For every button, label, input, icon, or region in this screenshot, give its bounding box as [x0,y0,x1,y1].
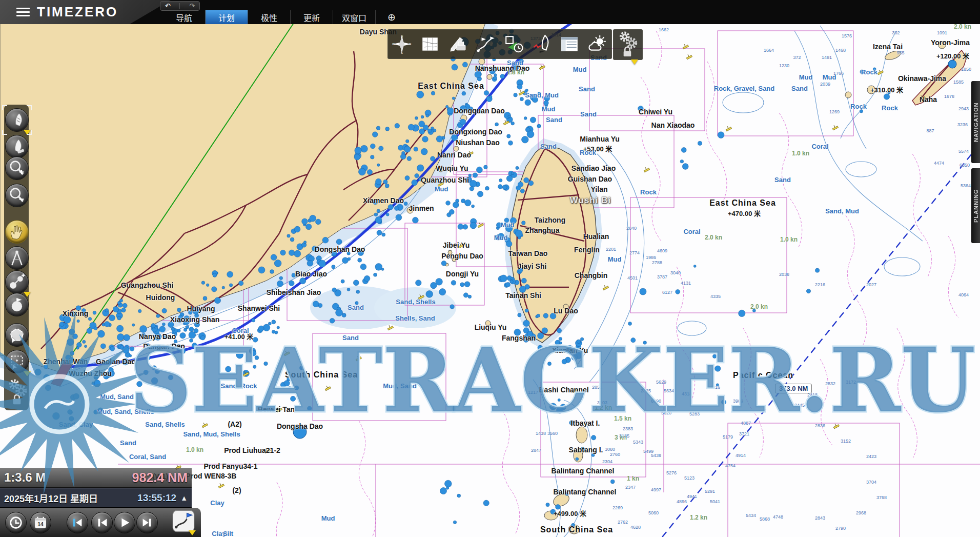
redo-icon[interactable]: ↷ [189,3,195,9]
tab-双窗口[interactable]: 双窗口 [333,10,375,24]
route-distance-badge: 373.0 NM [775,384,812,393]
side-tab-navigation[interactable]: NAVIGATION [971,81,980,163]
selection-button[interactable] [5,350,29,373]
svg-text:14: 14 [37,522,44,527]
insert-waypoint-button[interactable] [5,270,29,294]
current-date: 2025年1月12日 星期日 [4,491,98,505]
route-distance-value: 982.4 NM [132,470,188,485]
tab-极性[interactable]: 极性 [248,10,290,24]
side-tab-planning[interactable]: PLANNING [971,168,980,243]
divider-button[interactable] [5,246,29,270]
undo-icon[interactable]: ↶ [165,3,171,9]
top-bar: TIMEZERO ↶ ↷ 导航计划极性更新双窗口⊕ [0,0,980,24]
area-button[interactable] [5,323,29,347]
chart-area[interactable] [0,0,980,537]
landmasses [0,22,967,534]
annotate-print-button[interactable] [447,33,468,55]
new-workspace-tab[interactable]: ⊕ [375,10,407,24]
active-route-button[interactable] [172,511,195,533]
timezero-app: Dayu ShanNanshuang DaoEast China SeaDong… [0,0,980,537]
notification-marker [24,371,31,376]
left-tool-strip [4,105,29,410]
route-planning-button[interactable] [475,33,497,55]
maritime-boundary-line [662,151,974,537]
simulate-go-button[interactable] [503,33,524,55]
svg-text:W: W [392,43,395,46]
vessel-options-button[interactable] [5,135,29,158]
divider [179,3,180,9]
gears-lock-icon [617,30,639,59]
svg-text:S: S [401,51,403,54]
skip-to-start-button[interactable] [67,512,88,533]
date-time-row: 2025年1月12日 星期日 13:55:12 ▲ [0,488,192,508]
pan-button[interactable] [5,220,29,244]
workspace-tabs: 导航计划极性更新双窗口⊕ [163,10,407,24]
time-playback-bar: 14 [0,508,201,537]
focus-bracket [2,105,7,110]
focus-bracket [27,105,32,110]
center-vessel-button[interactable] [5,108,29,132]
chart-toolbar: NSWE [387,29,612,59]
tab-更新[interactable]: 更新 [290,10,333,24]
zoom-in-button[interactable] [5,156,29,180]
scale-distance-row: 1:3.6 M 982.4 NM [0,468,192,488]
step-back-button[interactable] [91,512,113,533]
current-time: 13:55:12 [137,492,176,504]
chart-scale-value: 1:3.6 M [4,470,46,485]
play-button[interactable] [114,512,135,533]
app-logo: TIMEZERO [37,4,118,20]
chart-selection-button[interactable] [419,33,441,55]
hamburger-menu-icon[interactable] [16,6,30,18]
compass-orientation-button[interactable]: NSWE [391,33,413,55]
undo-redo-group: ↶ ↷ [160,1,200,11]
nautical-chart-canvas [0,0,980,537]
mark-button[interactable] [5,293,29,316]
tab-导航[interactable]: 导航 [163,10,205,24]
brand-block: TIMEZERO [0,0,171,24]
tools-settings-button[interactable] [6,375,29,407]
calendar-button[interactable]: 14 [30,512,51,533]
svg-text:N: N [401,35,403,38]
vessel-track-button[interactable] [531,33,553,55]
notification-marker [631,59,638,65]
time-stepper-up-icon[interactable]: ▲ [180,494,188,502]
step-forward-button[interactable] [136,512,158,533]
svg-text:E: E [410,43,412,46]
time-mode-button[interactable] [5,512,27,533]
toolbar-settings-group[interactable] [613,29,643,60]
tab-计划[interactable]: 计划 [205,10,248,24]
focus-bracket [27,130,32,135]
lists-button[interactable] [559,33,580,55]
focus-bracket [2,130,7,135]
weather-button[interactable] [587,33,608,55]
notification-marker [189,530,196,535]
zoom-out-button[interactable] [5,184,29,207]
